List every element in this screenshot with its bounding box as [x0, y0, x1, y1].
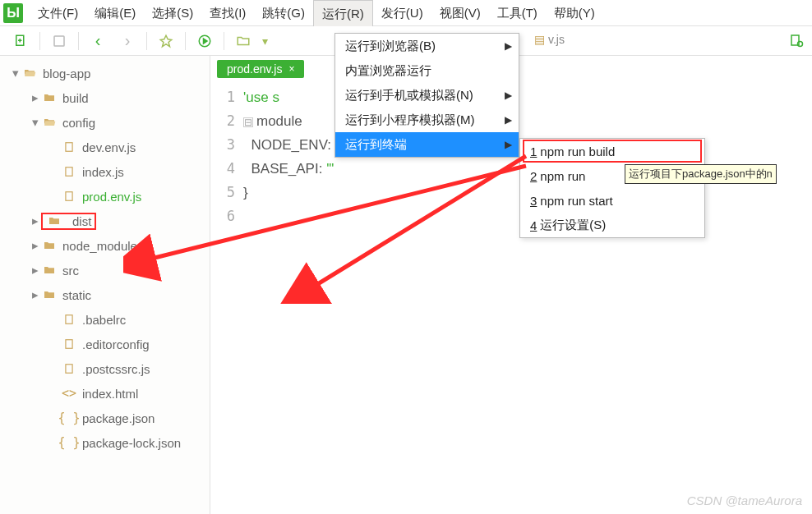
svg-marker-4 [160, 35, 172, 47]
tab-label: prod.env.js [227, 62, 282, 76]
menubar: Ы 文件(F) 编辑(E) 选择(S) 查找(I) 跳转(G) 运行(R) 发行… [0, 0, 812, 26]
svg-rect-14 [66, 365, 72, 374]
run-dropdown[interactable]: 运行到浏览器(B)▶内置浏览器运行运行到手机或模拟器(N)▶运行到小程序模拟器(… [334, 33, 519, 158]
svg-rect-12 [66, 315, 72, 324]
app-logo: Ы [3, 3, 23, 23]
tree-item[interactable]: ▸dist [0, 209, 210, 233]
menu-file[interactable]: 文件(F) [30, 0, 86, 26]
tree-item[interactable]: ▾blog-app [0, 61, 210, 85]
file-explorer[interactable]: ▾blog-app▸build▾configdev.env.jsindex.js… [0, 56, 210, 514]
submenu-item[interactable]: 4 运行设置(S) [520, 213, 704, 237]
tree-item[interactable]: ▸static [0, 282, 210, 307]
tree-item[interactable]: .editorconfig [0, 332, 210, 356]
svg-rect-3 [54, 36, 64, 46]
submenu-item[interactable]: 3 npm run start [520, 188, 704, 213]
svg-rect-9 [66, 143, 72, 152]
menu-publish[interactable]: 发行(U) [373, 0, 431, 26]
tree-item[interactable]: prod.env.js [0, 184, 210, 209]
menu-item[interactable]: 运行到终端▶ [335, 132, 519, 157]
star-icon[interactable] [152, 30, 180, 53]
menu-edit[interactable]: 编辑(E) [86, 0, 144, 26]
tree-item[interactable]: ▾config [0, 110, 210, 135]
file-js-icon: ▤ [534, 33, 545, 46]
menu-item[interactable]: 运行到小程序模拟器(M)▶ [335, 108, 519, 132]
back-icon[interactable]: ‹ [84, 30, 112, 53]
tree-item[interactable]: { }package.json [0, 406, 210, 430]
preview-icon[interactable] [789, 33, 804, 50]
menu-help[interactable]: 帮助(Y) [546, 0, 603, 26]
breadcrumb: ▤ v.js [534, 33, 565, 46]
tree-item[interactable]: ▸build [0, 85, 210, 110]
close-icon[interactable]: × [288, 63, 294, 75]
svg-rect-11 [66, 192, 72, 201]
menu-run[interactable]: 运行(R) [313, 0, 373, 26]
tree-item[interactable]: ▸node_modules [0, 233, 210, 258]
menu-item[interactable]: 运行到浏览器(B)▶ [335, 34, 519, 58]
forward-icon[interactable]: › [113, 30, 141, 53]
chevron-down-icon[interactable]: ▾ [259, 30, 270, 53]
annotation-highlight [523, 140, 702, 163]
editor-tab[interactable]: prod.env.js × [217, 60, 304, 78]
tree-item[interactable]: dev.env.js [0, 135, 210, 159]
menu-goto[interactable]: 跳转(G) [254, 0, 313, 26]
tooltip: 运行项目下package.json中的n [625, 164, 777, 184]
folder-toolbar-icon[interactable] [229, 30, 257, 53]
tree-item[interactable]: <>index.html [0, 381, 210, 406]
new-file-icon[interactable] [7, 30, 35, 53]
menu-select[interactable]: 选择(S) [144, 0, 201, 26]
svg-rect-13 [66, 340, 72, 349]
tree-item[interactable]: ▸src [0, 258, 210, 282]
svg-marker-6 [204, 39, 208, 44]
menu-find[interactable]: 查找(I) [201, 0, 254, 26]
watermark: CSDN @tameAurora [687, 493, 802, 507]
svg-rect-10 [66, 168, 72, 177]
run-icon[interactable] [191, 30, 219, 53]
menu-view[interactable]: 视图(V) [431, 0, 489, 26]
tree-item[interactable]: .babelrc [0, 307, 210, 332]
tree-item[interactable]: index.js [0, 159, 210, 184]
menu-item[interactable]: 内置浏览器运行 [335, 58, 519, 83]
menu-item[interactable]: 运行到手机或模拟器(N)▶ [335, 83, 519, 108]
tree-item[interactable]: .postcssrc.js [0, 356, 210, 381]
tree-item[interactable]: { }package-lock.json [0, 430, 210, 455]
menu-tools[interactable]: 工具(T) [489, 0, 546, 26]
save-icon[interactable] [45, 30, 73, 53]
